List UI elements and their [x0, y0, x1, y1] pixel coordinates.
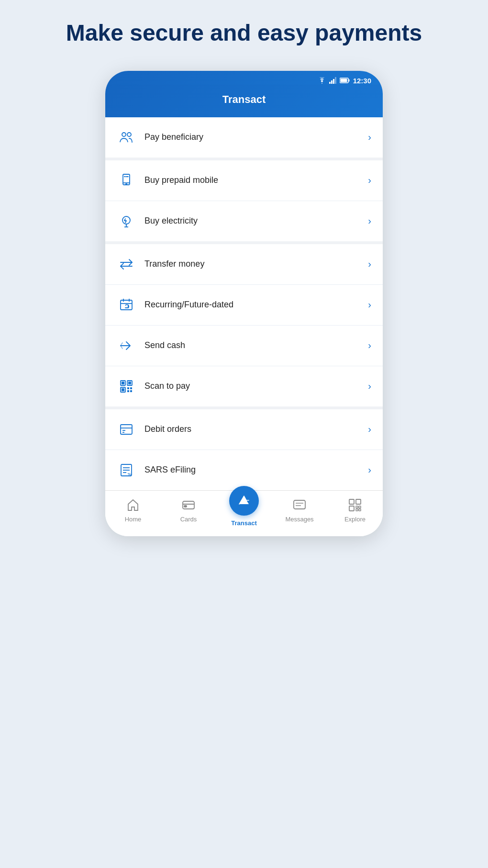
sars-efiling-chevron: › [368, 464, 371, 475]
home-icon [124, 496, 142, 514]
debit-orders-chevron: › [368, 424, 371, 435]
signal-icon [329, 77, 337, 84]
send-cash-chevron: › [368, 340, 371, 351]
messages-icon [291, 496, 308, 514]
nav-item-home[interactable]: Home [114, 496, 152, 527]
svg-rect-44 [294, 500, 305, 509]
buy-electricity-label: Buy electricity [144, 216, 368, 226]
svg-text:%: % [128, 472, 131, 476]
send-cash-icon [117, 336, 136, 355]
status-bar: 12:30 [105, 71, 383, 85]
svg-rect-31 [121, 425, 132, 434]
svg-rect-50 [356, 506, 358, 508]
send-cash-label: Send cash [144, 340, 368, 350]
pay-beneficiary-chevron: › [368, 132, 371, 143]
explore-nav-label: Explore [344, 516, 366, 523]
transact-nav-label: Transact [231, 519, 256, 527]
svg-rect-5 [348, 79, 349, 82]
battery-icon [340, 78, 350, 83]
debit-orders-label: Debit orders [144, 424, 368, 434]
svg-rect-26 [122, 388, 124, 391]
menu-item-send-cash[interactable]: Send cash › [105, 326, 383, 366]
menu-item-pay-beneficiary[interactable]: Pay beneficiary › [105, 117, 383, 158]
buy-prepaid-mobile-label: Buy prepaid mobile [144, 175, 368, 185]
svg-rect-52 [356, 509, 358, 511]
status-time: 12:30 [353, 77, 371, 85]
qr-icon [117, 377, 136, 396]
cards-icon [180, 496, 197, 514]
svg-rect-40 [183, 501, 194, 509]
mobile-icon [117, 171, 136, 190]
nav-item-transact[interactable]: Transact [225, 486, 263, 527]
svg-rect-42 [184, 506, 187, 507]
nav-item-cards[interactable]: Cards [169, 496, 208, 527]
menu-item-sars-efiling[interactable]: % SARS eFiling › [105, 450, 383, 490]
buy-prepaid-mobile-chevron: › [368, 175, 371, 186]
svg-rect-30 [130, 390, 132, 392]
scan-to-pay-label: Scan to pay [144, 381, 368, 391]
menu-item-buy-prepaid-mobile[interactable]: Buy prepaid mobile › [105, 160, 383, 201]
svg-point-7 [122, 133, 126, 136]
recurring-icon [117, 295, 136, 315]
menu-section-2: Buy prepaid mobile › Buy electricity › [105, 160, 383, 244]
sars-icon: % [117, 461, 136, 480]
menu-item-debit-orders[interactable]: Debit orders › [105, 409, 383, 450]
svg-rect-22 [122, 382, 124, 384]
svg-rect-47 [349, 499, 354, 504]
app-header: Transact [105, 85, 383, 117]
menu-item-scan-to-pay[interactable]: Scan to pay › [105, 366, 383, 406]
transact-circle [229, 486, 259, 516]
menu-item-buy-electricity[interactable]: Buy electricity › [105, 201, 383, 241]
menu-section-3: Transfer money › Recurring/Future-dated … [105, 244, 383, 409]
transfer-money-chevron: › [368, 259, 371, 270]
cards-nav-label: Cards [180, 516, 197, 523]
svg-rect-6 [340, 79, 347, 82]
bottom-navigation: Home Cards Transact [105, 490, 383, 536]
explore-icon [346, 496, 364, 514]
recurring-chevron: › [368, 299, 371, 310]
buy-electricity-chevron: › [368, 215, 371, 226]
transfer-money-label: Transfer money [144, 259, 368, 269]
scan-to-pay-chevron: › [368, 381, 371, 392]
svg-rect-28 [130, 387, 132, 389]
menu-item-recurring[interactable]: Recurring/Future-dated › [105, 285, 383, 326]
pay-beneficiary-label: Pay beneficiary [144, 132, 368, 142]
messages-nav-label: Messages [285, 516, 313, 523]
debit-icon [117, 420, 136, 439]
svg-rect-24 [128, 382, 131, 384]
svg-point-11 [126, 183, 127, 184]
svg-rect-3 [335, 77, 336, 84]
svg-rect-49 [349, 506, 354, 511]
page-headline: Make secure and easy payments [28, 19, 460, 47]
menu-item-transfer-money[interactable]: Transfer money › [105, 244, 383, 285]
svg-point-8 [127, 133, 131, 136]
status-icons: 12:30 [318, 77, 371, 85]
wifi-icon [318, 77, 326, 84]
menu-section-4: Debit orders › % SARS eFiling › [105, 409, 383, 490]
phone-frame: 12:30 Transact Pay beneficiary › [105, 71, 383, 536]
header-title: Transact [117, 93, 371, 106]
menu-list: Pay beneficiary › Buy prepaid mobile › [105, 117, 383, 490]
transfer-icon [117, 255, 136, 274]
svg-rect-48 [356, 499, 361, 504]
nav-item-explore[interactable]: Explore [336, 496, 374, 527]
svg-rect-51 [359, 506, 361, 508]
svg-rect-2 [333, 79, 334, 84]
svg-rect-1 [331, 80, 333, 84]
nav-item-messages[interactable]: Messages [280, 496, 319, 527]
svg-rect-0 [329, 82, 331, 84]
recurring-label: Recurring/Future-dated [144, 300, 368, 310]
electricity-icon [117, 212, 136, 231]
svg-point-12 [122, 216, 130, 224]
menu-section-1: Pay beneficiary › [105, 117, 383, 160]
svg-rect-29 [127, 390, 129, 392]
home-nav-label: Home [125, 516, 142, 523]
beneficiary-icon [117, 128, 136, 147]
svg-rect-53 [359, 509, 361, 511]
svg-rect-27 [127, 387, 129, 389]
sars-efiling-label: SARS eFiling [144, 465, 368, 475]
